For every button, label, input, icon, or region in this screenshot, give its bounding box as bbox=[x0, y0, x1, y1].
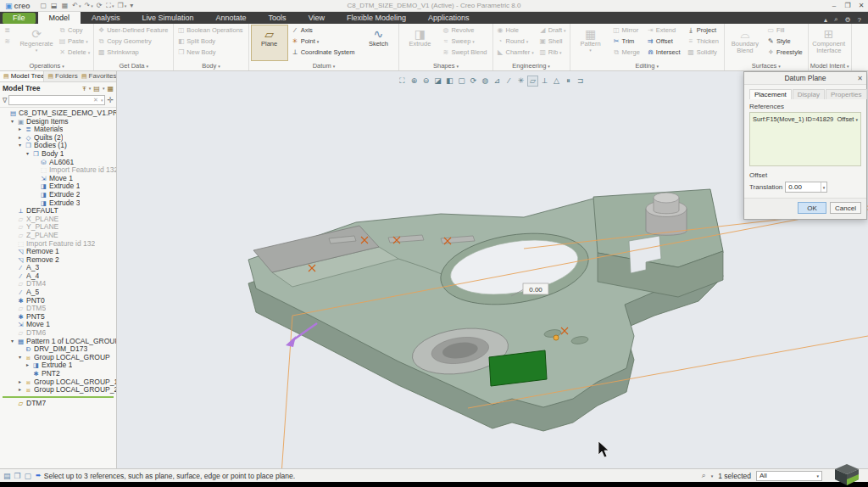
message-log-icon[interactable]: ▢ bbox=[25, 472, 32, 480]
fill-button[interactable]: ▭Fill bbox=[765, 25, 806, 36]
axis-display-button[interactable]: ⟂ bbox=[539, 76, 550, 87]
command-search-button[interactable]: ⌕ bbox=[834, 15, 837, 24]
dialog-tab-display[interactable]: Display bbox=[793, 89, 825, 99]
tree-item[interactable]: ▾ ▦ Pattern 1 of LOCAL_GROUP bbox=[0, 338, 116, 346]
user-defined-feature-button[interactable]: ❖User-Defined Feature bbox=[96, 25, 171, 36]
group-label-get-data[interactable]: Get Data▾ bbox=[96, 61, 171, 70]
trim-button[interactable]: ✂Trim bbox=[611, 36, 643, 47]
tree-list-icon[interactable]: ▤ bbox=[93, 85, 100, 92]
tree-filters-icon[interactable]: Ŧ bbox=[82, 85, 86, 92]
style-button[interactable]: ✎Style bbox=[765, 36, 806, 47]
split-body-button[interactable]: ◧Split Body bbox=[175, 36, 246, 47]
tree-item[interactable]: ▸ ≣ Materials bbox=[0, 126, 116, 134]
sketch-button[interactable]: ∿ Sketch bbox=[359, 25, 397, 61]
repaint-button[interactable]: ◪ bbox=[432, 76, 443, 87]
tree-item[interactable]: ✱ PNT0 bbox=[0, 297, 116, 305]
options-button[interactable]: ⚙ bbox=[844, 16, 850, 24]
tree-item[interactable]: ⛁ AL6061 bbox=[0, 159, 116, 167]
merge-button[interactable]: ⧉Merge bbox=[611, 47, 643, 58]
group-label-model-intent[interactable]: Model Intent▾ bbox=[810, 61, 849, 70]
tab-model[interactable]: Model bbox=[38, 12, 81, 24]
chamfer-button[interactable]: ◣Chamfer▾ bbox=[495, 47, 536, 58]
csys-display-button[interactable]: ⏸ bbox=[563, 76, 574, 87]
tree-item[interactable]: ⇲ Move 1 bbox=[0, 175, 116, 183]
dialog-tab-placement[interactable]: Placement bbox=[749, 89, 792, 99]
intersect-button[interactable]: ⋒Intersect bbox=[645, 47, 684, 58]
dialog-close-icon[interactable]: ✕ bbox=[857, 72, 863, 85]
tab-tools[interactable]: Tools bbox=[258, 12, 298, 24]
new-button[interactable]: ▢ bbox=[41, 2, 48, 9]
component-interface-button[interactable]: ⊞ Component Interface bbox=[810, 25, 848, 61]
offset-button[interactable]: ⇉Offset bbox=[645, 36, 684, 47]
thicken-button[interactable]: ≡Thicken bbox=[686, 36, 722, 47]
refit-button[interactable]: ⛶ bbox=[397, 76, 408, 87]
references-list[interactable]: Surf:F15(Move_1) ID=41829 Offset ▾ bbox=[749, 112, 861, 166]
extend-button[interactable]: ⇥Extend bbox=[645, 25, 684, 36]
open-button[interactable]: ⬓ bbox=[51, 2, 58, 9]
copy-geometry-button[interactable]: ⧉Copy Geometry bbox=[96, 36, 171, 47]
dialog-tab-properties[interactable]: Properties bbox=[826, 89, 866, 99]
tree-item[interactable]: ⟂ DEFAULT bbox=[0, 207, 116, 216]
model-notifications-icon[interactable]: ▤ bbox=[3, 472, 11, 480]
tree-item[interactable]: ◨ Extrude 1 bbox=[0, 182, 116, 191]
tab-applications[interactable]: Applications bbox=[417, 12, 481, 24]
tree-item[interactable]: ✱ PNT2 bbox=[0, 370, 116, 378]
expander-icon[interactable]: ▸ bbox=[17, 126, 23, 134]
tree-item[interactable]: Ð DRV_DIM_D173 bbox=[0, 345, 116, 354]
expander-icon[interactable]: ▸ bbox=[17, 134, 23, 143]
rib-button[interactable]: ▥Rib▾ bbox=[537, 47, 568, 58]
pattern-button[interactable]: ▦ Pattern ▾ bbox=[572, 25, 609, 61]
tree-item[interactable]: ▱ Z_PLANE bbox=[0, 232, 116, 240]
undo-button[interactable]: ↶▾ bbox=[72, 2, 81, 9]
tree-item[interactable]: ▱ X_PLANE bbox=[0, 216, 116, 224]
group-label-surfaces[interactable]: Surfaces▾ bbox=[726, 61, 806, 70]
revolve-button[interactable]: ◍Revolve bbox=[440, 25, 490, 36]
qat-customize-button[interactable]: ▾ bbox=[130, 2, 134, 9]
sweep-button[interactable]: ≈Sweep▾ bbox=[440, 36, 490, 47]
shell-button[interactable]: ▣Shell bbox=[537, 36, 568, 47]
tree-item[interactable]: ⁄ A_3 bbox=[0, 264, 116, 272]
tab-file[interactable]: File bbox=[3, 13, 36, 24]
help-button[interactable]: ? bbox=[858, 16, 861, 24]
translation-input[interactable]: 0.00 ▾ bbox=[785, 182, 827, 193]
tree-item[interactable]: ▾ ❒ Bodies (1) bbox=[0, 142, 116, 150]
collapse-ribbon-button[interactable]: ▴ bbox=[824, 16, 827, 24]
view-manager-button[interactable]: ◍ bbox=[480, 76, 491, 87]
group-label-engineering[interactable]: Engineering▾ bbox=[495, 61, 568, 70]
tree-item[interactable]: ▾ ▣ Design Items bbox=[0, 118, 116, 126]
redo-button[interactable]: ↷▾ bbox=[84, 2, 92, 9]
group-label-body[interactable]: Body▾ bbox=[175, 61, 246, 70]
swept-blend-button[interactable]: ≋Swept Blend bbox=[440, 47, 490, 58]
delete-button[interactable]: ✕Delete▾ bbox=[57, 47, 92, 58]
translation-dropdown-icon[interactable]: ▾ bbox=[821, 182, 827, 192]
tree-item[interactable]: ▱ Y_PLANE bbox=[0, 223, 116, 232]
point-button[interactable]: ✳Point▾ bbox=[290, 36, 359, 47]
tree-item[interactable]: ◹ Remove 2 bbox=[0, 256, 116, 265]
datum-display-button[interactable]: ⊿ bbox=[492, 76, 503, 87]
tab-live-simulation[interactable]: Live Simulation bbox=[131, 12, 205, 24]
axis-button[interactable]: ⁄Axis bbox=[290, 25, 359, 36]
tab-flexible-modeling[interactable]: Flexible Modeling bbox=[336, 12, 417, 24]
tree-item[interactable]: ⁄ A_4 bbox=[0, 272, 116, 281]
expander-icon[interactable]: ▾ bbox=[9, 338, 15, 346]
annotation-display-button[interactable]: ⁄ bbox=[504, 76, 515, 87]
tab-analysis[interactable]: Analysis bbox=[81, 12, 131, 24]
tree-item[interactable]: ▸ ⧈ Group LOCAL_GROUP_2 bbox=[0, 386, 116, 395]
group-label-editing[interactable]: Editing▾ bbox=[572, 61, 722, 70]
tree-item[interactable]: ▱ DTM4 bbox=[0, 280, 116, 288]
tree-item[interactable]: ▸ ◇ Quilts (2) bbox=[0, 134, 116, 143]
tree-item[interactable]: ◨ Extrude 3 bbox=[0, 199, 116, 208]
shrinkwrap-button[interactable]: ▩Shrinkwrap bbox=[96, 47, 171, 58]
paste-button[interactable]: ▤Paste▾ bbox=[57, 36, 92, 47]
point-display-button[interactable]: △ bbox=[551, 76, 562, 87]
ok-button[interactable]: OK bbox=[798, 202, 826, 214]
saved-orientations-button[interactable]: ⟳ bbox=[468, 76, 479, 87]
coordinate-system-button[interactable]: ⟂Coordinate System bbox=[290, 47, 359, 58]
insert-indicator[interactable] bbox=[3, 396, 114, 398]
zoom-out-button[interactable]: ⊖ bbox=[420, 76, 431, 87]
expander-icon[interactable]: ▾ bbox=[17, 354, 23, 362]
panel-tab-favorites[interactable]: ▤Favorites bbox=[78, 71, 116, 81]
screen-capture-button[interactable]: ⛶▾ bbox=[106, 2, 114, 10]
regenerate-qat-button[interactable]: ⟳ bbox=[97, 2, 103, 9]
tree-item[interactable]: ⬚ Import Feature id 132 bbox=[0, 240, 116, 249]
